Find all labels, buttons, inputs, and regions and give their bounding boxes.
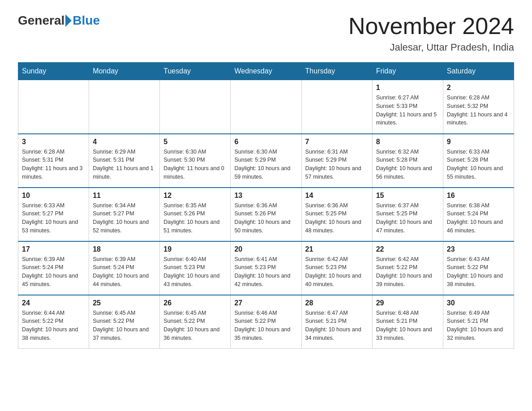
day-number: 22: [376, 245, 439, 253]
day-number: 17: [22, 245, 85, 253]
calendar-cell: 10Sunrise: 6:33 AMSunset: 5:27 PMDayligh…: [18, 188, 89, 241]
day-info: Sunrise: 6:45 AMSunset: 5:22 PMDaylight:…: [163, 309, 227, 342]
weekday-header-row: Sunday Monday Tuesday Wednesday Thursday…: [18, 63, 514, 80]
header-wednesday: Wednesday: [231, 63, 301, 80]
header-saturday: Saturday: [443, 63, 514, 80]
day-info: Sunrise: 6:36 AMSunset: 5:25 PMDaylight:…: [305, 201, 369, 235]
calendar-cell: [160, 80, 231, 134]
calendar-cell: 6Sunrise: 6:30 AMSunset: 5:29 PMDaylight…: [231, 134, 301, 188]
day-number: 23: [447, 245, 510, 253]
day-number: 12: [163, 192, 227, 200]
day-info: Sunrise: 6:40 AMSunset: 5:23 PMDaylight:…: [163, 255, 227, 289]
day-info: Sunrise: 6:32 AMSunset: 5:28 PMDaylight:…: [376, 148, 439, 181]
day-number: 25: [93, 299, 156, 307]
page-header: General Blue November 2024 Jalesar, Utta…: [18, 13, 514, 53]
day-info: Sunrise: 6:42 AMSunset: 5:22 PMDaylight:…: [376, 255, 439, 289]
day-info: Sunrise: 6:30 AMSunset: 5:30 PMDaylight:…: [163, 148, 227, 181]
calendar-cell: 7Sunrise: 6:31 AMSunset: 5:29 PMDaylight…: [301, 134, 372, 188]
calendar-cell: [231, 80, 301, 134]
day-number: 7: [305, 138, 369, 146]
day-info: Sunrise: 6:33 AMSunset: 5:28 PMDaylight:…: [447, 148, 510, 181]
day-number: 8: [376, 138, 439, 146]
calendar-cell: 23Sunrise: 6:43 AMSunset: 5:22 PMDayligh…: [443, 241, 514, 295]
day-number: 16: [447, 192, 510, 200]
week-row-4: 17Sunrise: 6:39 AMSunset: 5:24 PMDayligh…: [18, 241, 514, 295]
day-info: Sunrise: 6:41 AMSunset: 5:23 PMDaylight:…: [234, 255, 297, 289]
day-info: Sunrise: 6:44 AMSunset: 5:22 PMDaylight:…: [22, 309, 85, 342]
day-number: 13: [234, 192, 297, 200]
calendar-cell: [301, 80, 372, 134]
calendar-cell: 21Sunrise: 6:42 AMSunset: 5:23 PMDayligh…: [301, 241, 372, 295]
logo-general-text: General: [18, 13, 64, 28]
day-info: Sunrise: 6:48 AMSunset: 5:21 PMDaylight:…: [376, 309, 439, 342]
calendar-cell: 2Sunrise: 6:28 AMSunset: 5:32 PMDaylight…: [443, 80, 514, 134]
day-info: Sunrise: 6:36 AMSunset: 5:26 PMDaylight:…: [234, 201, 297, 235]
week-row-1: 1Sunrise: 6:27 AMSunset: 5:33 PMDaylight…: [18, 80, 514, 134]
day-number: 28: [305, 299, 369, 307]
day-info: Sunrise: 6:29 AMSunset: 5:31 PMDaylight:…: [93, 148, 156, 181]
day-info: Sunrise: 6:31 AMSunset: 5:29 PMDaylight:…: [305, 148, 369, 181]
header-monday: Monday: [89, 63, 160, 80]
day-number: 11: [93, 192, 156, 200]
day-number: 5: [163, 138, 227, 146]
week-row-3: 10Sunrise: 6:33 AMSunset: 5:27 PMDayligh…: [18, 188, 514, 241]
day-number: 20: [234, 245, 297, 253]
day-number: 30: [447, 299, 510, 307]
day-info: Sunrise: 6:34 AMSunset: 5:27 PMDaylight:…: [93, 201, 156, 235]
calendar-cell: 14Sunrise: 6:36 AMSunset: 5:25 PMDayligh…: [301, 188, 372, 241]
day-info: Sunrise: 6:39 AMSunset: 5:24 PMDaylight:…: [93, 255, 156, 289]
day-info: Sunrise: 6:46 AMSunset: 5:22 PMDaylight:…: [234, 309, 297, 342]
calendar-cell: 13Sunrise: 6:36 AMSunset: 5:26 PMDayligh…: [231, 188, 301, 241]
calendar-cell: 26Sunrise: 6:45 AMSunset: 5:22 PMDayligh…: [160, 295, 231, 349]
logo-triangle-icon: [65, 14, 72, 27]
day-number: 29: [376, 299, 439, 307]
calendar-cell: 5Sunrise: 6:30 AMSunset: 5:30 PMDaylight…: [160, 134, 231, 188]
day-number: 18: [93, 245, 156, 253]
calendar-cell: 20Sunrise: 6:41 AMSunset: 5:23 PMDayligh…: [231, 241, 301, 295]
day-info: Sunrise: 6:37 AMSunset: 5:25 PMDaylight:…: [376, 201, 439, 235]
day-number: 24: [22, 299, 85, 307]
calendar-cell: 15Sunrise: 6:37 AMSunset: 5:25 PMDayligh…: [372, 188, 443, 241]
location-title: Jalesar, Uttar Pradesh, India: [348, 42, 514, 53]
calendar-cell: 4Sunrise: 6:29 AMSunset: 5:31 PMDaylight…: [89, 134, 160, 188]
logo-blue-text: Blue: [73, 13, 100, 28]
calendar-cell: 17Sunrise: 6:39 AMSunset: 5:24 PMDayligh…: [18, 241, 89, 295]
day-info: Sunrise: 6:28 AMSunset: 5:31 PMDaylight:…: [22, 148, 85, 181]
calendar-cell: 18Sunrise: 6:39 AMSunset: 5:24 PMDayligh…: [89, 241, 160, 295]
header-sunday: Sunday: [18, 63, 89, 80]
calendar-cell: [18, 80, 89, 134]
calendar-cell: 27Sunrise: 6:46 AMSunset: 5:22 PMDayligh…: [231, 295, 301, 349]
day-info: Sunrise: 6:45 AMSunset: 5:22 PMDaylight:…: [93, 309, 156, 342]
day-number: 27: [234, 299, 297, 307]
header-thursday: Thursday: [301, 63, 372, 80]
day-number: 9: [447, 138, 510, 146]
day-number: 21: [305, 245, 369, 253]
calendar-cell: [89, 80, 160, 134]
calendar-cell: 1Sunrise: 6:27 AMSunset: 5:33 PMDaylight…: [372, 80, 443, 134]
day-number: 15: [376, 192, 439, 200]
day-info: Sunrise: 6:27 AMSunset: 5:33 PMDaylight:…: [376, 94, 439, 127]
day-info: Sunrise: 6:42 AMSunset: 5:23 PMDaylight:…: [305, 255, 369, 289]
day-number: 2: [447, 84, 510, 92]
day-number: 6: [234, 138, 297, 146]
day-info: Sunrise: 6:38 AMSunset: 5:24 PMDaylight:…: [447, 201, 510, 235]
day-info: Sunrise: 6:39 AMSunset: 5:24 PMDaylight:…: [22, 255, 85, 289]
day-info: Sunrise: 6:49 AMSunset: 5:21 PMDaylight:…: [447, 309, 510, 342]
day-number: 1: [376, 84, 439, 92]
calendar-cell: 19Sunrise: 6:40 AMSunset: 5:23 PMDayligh…: [160, 241, 231, 295]
day-info: Sunrise: 6:33 AMSunset: 5:27 PMDaylight:…: [22, 201, 85, 235]
day-info: Sunrise: 6:35 AMSunset: 5:26 PMDaylight:…: [163, 201, 227, 235]
day-info: Sunrise: 6:47 AMSunset: 5:21 PMDaylight:…: [305, 309, 369, 342]
calendar-table: Sunday Monday Tuesday Wednesday Thursday…: [18, 62, 514, 349]
logo-area: General Blue: [18, 13, 100, 28]
day-number: 3: [22, 138, 85, 146]
day-info: Sunrise: 6:43 AMSunset: 5:22 PMDaylight:…: [447, 255, 510, 289]
day-info: Sunrise: 6:28 AMSunset: 5:32 PMDaylight:…: [447, 94, 510, 127]
title-area: November 2024 Jalesar, Uttar Pradesh, In…: [348, 13, 514, 53]
day-info: Sunrise: 6:30 AMSunset: 5:29 PMDaylight:…: [234, 148, 297, 181]
header-friday: Friday: [372, 63, 443, 80]
calendar-cell: 12Sunrise: 6:35 AMSunset: 5:26 PMDayligh…: [160, 188, 231, 241]
week-row-5: 24Sunrise: 6:44 AMSunset: 5:22 PMDayligh…: [18, 295, 514, 349]
header-tuesday: Tuesday: [160, 63, 231, 80]
day-number: 19: [163, 245, 227, 253]
